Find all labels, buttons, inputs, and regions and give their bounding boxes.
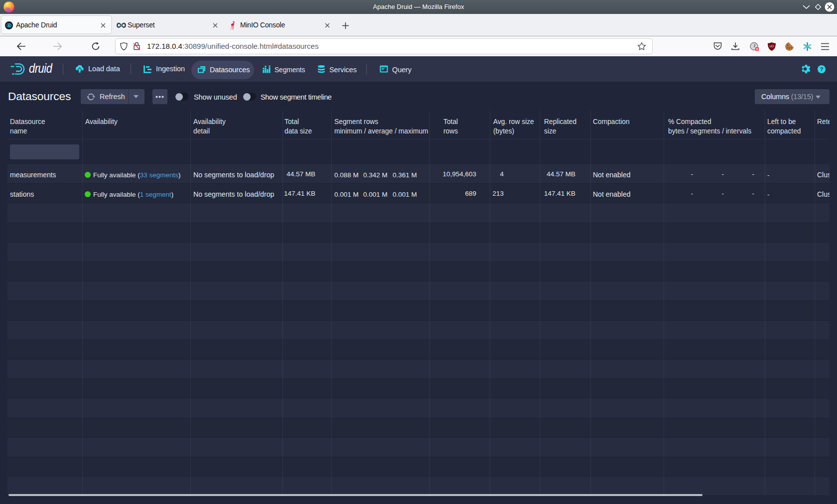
- svg-text:uO: uO: [770, 44, 774, 48]
- svg-text:?: ?: [820, 66, 824, 72]
